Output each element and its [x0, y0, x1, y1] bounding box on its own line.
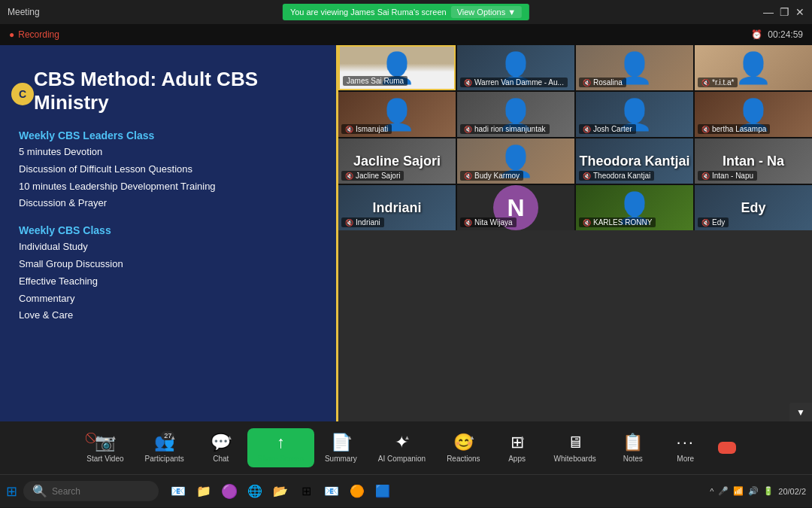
scroll-indicator[interactable]: ▼	[789, 403, 812, 421]
start-video-label: Start Video	[86, 455, 123, 463]
video-cell-nita[interactable]: N 🔇 Nita Wijaya	[457, 185, 574, 230]
participants-icon: 👥 27 ▲	[154, 433, 174, 452]
participant-name-ismarujati: 🔇 Ismarujati	[341, 124, 392, 134]
notes-button[interactable]: 📋 Notes	[607, 428, 659, 467]
video-grid: 👤 James Sai Ruma 👤 🔇 Warren Van Damme - …	[338, 45, 812, 230]
notes-icon: 📋	[623, 433, 643, 452]
start-menu-icon[interactable]: ⊞	[6, 483, 17, 500]
search-icon: 🔍	[32, 484, 47, 498]
chat-label: Chat	[213, 455, 229, 463]
slide-item: Love & Care	[19, 308, 317, 324]
end-meeting-button[interactable]	[718, 442, 736, 454]
toolbar: 📷 ⃠ ▲ Start Video 👥 27 ▲ Participants 💬 …	[0, 421, 812, 474]
video-cell-intan[interactable]: Intan - Na 🔇 Intan - Napu	[695, 138, 812, 184]
chevron-up-icon[interactable]: ^	[710, 487, 714, 496]
view-options-button[interactable]: View Options ▼	[451, 6, 523, 18]
video-cell-rosalina[interactable]: 👤 🔇 Rosalina	[576, 45, 693, 90]
slide-item: Discussion & Prayer	[19, 196, 317, 211]
recording-bar: Recording ⏰ 00:24:59	[0, 24, 812, 45]
chat-icon: 💬 ▲	[211, 433, 231, 452]
caret-icon: ▲	[520, 434, 526, 441]
taskbar-app-teams[interactable]: 🟣	[217, 479, 241, 503]
title-bar-controls: — ❐ ✕	[763, 6, 804, 18]
slide-item: Discussion of Difficult Lesson Questions	[19, 162, 317, 178]
name-overlay-edy: Edy	[741, 200, 765, 216]
battery-icon: 🔋	[763, 486, 774, 496]
summary-icon: 📄 ▲	[331, 433, 351, 452]
reactions-label: Reactions	[447, 455, 480, 463]
start-video-button[interactable]: 📷 ⃠ ▲ Start Video	[76, 428, 134, 467]
participant-name-edy: 🔇 Edy	[698, 217, 729, 227]
caret-icon: ▲	[404, 434, 411, 441]
reactions-button[interactable]: 😊 ▲ Reactions	[436, 428, 490, 467]
slide-section-1: Weekly CBS Leaders Class 5 minutes Devot…	[19, 129, 317, 213]
camera-muted-icon: 📷 ⃠ ▲	[95, 433, 115, 452]
minimize-button[interactable]: —	[763, 6, 774, 18]
video-cell-james[interactable]: 👤 James Sai Ruma	[338, 45, 456, 90]
share-screen-icon: ↑	[277, 433, 285, 452]
apps-icon: ⊞ ▲	[511, 433, 524, 452]
banner-text: You are viewing James Sai Ruma's screen	[290, 8, 447, 17]
name-overlay-jacline: Jacline Sajori	[353, 154, 441, 169]
ai-companion-label: AI Companion	[378, 455, 426, 463]
apps-button[interactable]: ⊞ ▲ Apps	[491, 428, 544, 467]
taskbar-app-zoom[interactable]: 🟦	[371, 479, 395, 503]
video-cell-warren[interactable]: 👤 🔇 Warren Van Damme - Au...	[457, 45, 574, 90]
video-cell-rita[interactable]: 👤 🔇 *r.i.t.a*	[695, 45, 812, 90]
participant-name-jacline: 🔇 Jacline Sajori	[341, 171, 404, 181]
slide-item: Commentary	[19, 291, 317, 307]
notes-label: Notes	[623, 455, 643, 463]
chat-button[interactable]: 💬 ▲ Chat	[195, 428, 247, 467]
video-cell-indriani[interactable]: Indriani 🔇 Indriani	[338, 185, 456, 230]
taskbar-app-files[interactable]: 📂	[268, 479, 292, 503]
caret-icon: ▲	[226, 434, 232, 441]
taskbar-app-mail[interactable]: 📧	[166, 479, 190, 503]
slide-logo: C	[11, 83, 34, 105]
taskbar-app-folder[interactable]: 📁	[192, 479, 216, 503]
slide-section-2: Weekly CBS Class Individual Study Small …	[19, 224, 317, 325]
ai-companion-button[interactable]: ✦ ▲ AI Companion	[368, 428, 436, 467]
slide-panel: C CBS Method: Adult CBS Ministry Weekly …	[0, 45, 338, 421]
meeting-label: Meeting	[8, 7, 40, 17]
taskbar-apps: 📧 📁 🟣 🌐 📂 ⊞ 📧 🟠 🟦	[166, 479, 395, 503]
video-cell-karles[interactable]: 👤 🔇 KARLES RONNY	[576, 185, 693, 230]
summary-label: Summary	[325, 455, 357, 463]
participant-name-rita: 🔇 *r.i.t.a*	[698, 78, 738, 87]
share-screen-button[interactable]: ↑ Share Screen	[247, 428, 314, 467]
participant-name-karles: 🔇 KARLES RONNY	[579, 217, 656, 227]
date-time: 20/02/2	[778, 487, 806, 496]
volume-icon[interactable]: 🔊	[748, 486, 759, 496]
video-cell-josh[interactable]: 👤 🔇 Josh Carter	[576, 92, 693, 137]
video-cell-bertha[interactable]: 👤 🔇 bertha Lasampa	[695, 92, 812, 137]
mic-icon: 🎤	[718, 486, 729, 496]
participants-button[interactable]: 👥 27 ▲ Participants	[135, 428, 195, 467]
whiteboards-icon: 🖥	[567, 433, 583, 452]
slide-item: Small Group Discussion	[19, 257, 317, 272]
more-button[interactable]: ··· More	[659, 428, 712, 467]
video-cell-theodora[interactable]: Theodora Kantjai 🔇 Theodora Kantjai	[576, 138, 693, 184]
maximize-button[interactable]: ❐	[780, 6, 789, 18]
whiteboards-button[interactable]: 🖥 Whiteboards	[544, 428, 607, 467]
video-cell-hadi[interactable]: 👤 🔇 hadi rion simanjuntak	[457, 92, 574, 137]
taskbar-app-powerpoint[interactable]: 🟠	[345, 479, 369, 503]
summary-button[interactable]: 📄 ▲ Summary	[314, 428, 368, 467]
recording-label: Recording	[9, 29, 59, 40]
ai-companion-icon: ✦ ▲	[395, 433, 408, 452]
video-cell-budy[interactable]: 👤 🔇 Budy Karmoy	[457, 138, 574, 184]
video-cell-jacline[interactable]: Jacline Sajori 🔇 Jacline Sajori	[338, 138, 456, 184]
taskbar-app-outlook[interactable]: 📧	[320, 479, 344, 503]
video-cell-ismarujati[interactable]: 👤 🔇 Ismarujati	[338, 92, 456, 137]
participant-name-intan: 🔇 Intan - Napu	[698, 171, 757, 181]
participant-name-hadi: 🔇 hadi rion simanjuntak	[460, 124, 550, 134]
participants-label: Participants	[145, 455, 184, 463]
participant-name-warren: 🔇 Warren Van Damme - Au...	[460, 78, 568, 87]
slide-item: Individual Study	[19, 239, 317, 255]
search-input[interactable]	[52, 486, 142, 497]
whiteboards-label: Whiteboards	[554, 455, 596, 463]
close-button[interactable]: ✕	[795, 6, 804, 18]
taskbar-search[interactable]: 🔍	[23, 481, 159, 501]
taskbar-app-grid[interactable]: ⊞	[294, 479, 318, 503]
taskbar-app-edge[interactable]: 🌐	[243, 479, 267, 503]
name-overlay-theodora: Theodora Kantjai	[579, 154, 689, 169]
video-cell-edy[interactable]: Edy 🔇 Edy	[695, 185, 812, 230]
